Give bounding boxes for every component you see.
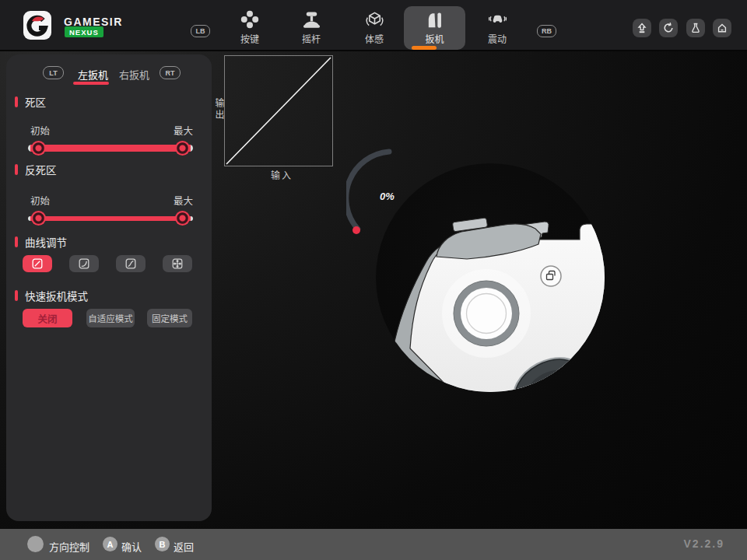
slider-fill — [30, 145, 191, 152]
tab-buttons[interactable]: 按键 — [225, 9, 275, 45]
section-accent-bar — [15, 236, 18, 247]
quick-trigger-fixed-button[interactable]: 固定模式 — [147, 309, 192, 327]
input-output-curve-chart — [224, 55, 333, 166]
section-accent-bar — [15, 96, 18, 107]
curve-section-header: 曲线调节 — [15, 234, 67, 250]
home-button[interactable] — [713, 19, 731, 37]
dpad-hint-icon — [27, 536, 44, 552]
lt-badge: LT — [43, 66, 64, 79]
joystick-icon — [301, 9, 321, 30]
trigger-tab-indicator — [73, 82, 109, 85]
active-tab-indicator — [412, 46, 437, 50]
a-button-hint-icon: A — [103, 537, 117, 551]
top-bar: GAMESIR NEXUS LB 按键 摇杆 — [0, 0, 747, 51]
slider-fill — [30, 216, 191, 221]
copy-config-icon[interactable] — [541, 266, 561, 286]
brand-sub-badge: NEXUS — [65, 26, 103, 37]
gauge-endpoint-dot — [352, 226, 360, 234]
deadzone-section-header: 死区 — [15, 94, 46, 110]
deadzone-start-label: 初始 — [30, 123, 50, 138]
anti-deadzone-slider[interactable] — [28, 211, 193, 226]
lb-bumper-badge: LB — [191, 25, 210, 37]
back-hint-label: 返回 — [174, 539, 194, 554]
tab-right-trigger[interactable]: 右扳机 — [119, 67, 149, 82]
trigger-icon — [425, 10, 445, 30]
tab-trigger[interactable]: 扳机 — [404, 6, 465, 50]
curve-s-curve-button[interactable] — [116, 255, 146, 272]
tab-vibration[interactable]: 震动 — [472, 9, 522, 45]
test-lab-button[interactable] — [686, 19, 705, 37]
app-version: V2.2.9 — [684, 537, 724, 550]
chart-x-axis-label: 输入 — [271, 168, 293, 181]
rt-badge: RT — [160, 66, 181, 79]
b-button-hint-icon: B — [155, 537, 170, 551]
firmware-upload-button[interactable] — [633, 19, 651, 37]
dpad-buttons-icon — [240, 9, 260, 30]
section-accent-bar — [15, 164, 18, 175]
quick-trigger-adaptive-button[interactable]: 自适应模式 — [86, 309, 135, 327]
deadzone-min-handle[interactable] — [31, 141, 46, 156]
vibration-icon — [487, 9, 507, 30]
curve-ease-in-button[interactable] — [69, 255, 99, 272]
reset-button[interactable] — [659, 19, 678, 37]
deadzone-slider[interactable] — [28, 141, 193, 156]
section-accent-bar — [15, 290, 18, 301]
trigger-settings-panel: LT 左扳机 右扳机 RT 死区 初始 最大 反死区 初始 最大 曲线调节 — [6, 54, 212, 521]
motion-sense-icon — [364, 9, 384, 30]
gamesir-logo — [23, 11, 51, 40]
quick-trigger-section-header: 快速扳机模式 — [15, 288, 88, 303]
deadzone-max-handle[interactable] — [175, 141, 190, 156]
confirm-hint-label: 确认 — [121, 539, 142, 554]
anti-deadzone-end-label: 最大 — [174, 193, 193, 208]
anti-deadzone-max-handle[interactable] — [175, 211, 190, 226]
chart-y-axis-label: 输出 — [212, 98, 226, 121]
curve-linear-button[interactable] — [23, 255, 52, 272]
controller-trigger-preview — [372, 159, 615, 402]
dpad-hint-label: 方向控制 — [49, 539, 89, 554]
anti-deadzone-min-handle[interactable] — [31, 211, 46, 226]
curve-custom-button[interactable] — [163, 255, 192, 272]
bottom-hint-bar: 方向控制 A 确认 B 返回 V2.2.9 — [0, 529, 747, 560]
tab-left-trigger[interactable]: 左扳机 — [78, 67, 108, 82]
tab-joystick[interactable]: 摇杆 — [286, 9, 336, 45]
rb-bumper-badge: RB — [537, 25, 556, 37]
tab-motion[interactable]: 体感 — [349, 9, 399, 45]
deadzone-end-label: 最大 — [174, 123, 193, 138]
anti-deadzone-section-header: 反死区 — [15, 162, 57, 177]
anti-deadzone-start-label: 初始 — [30, 193, 50, 208]
quick-trigger-off-button[interactable]: 关闭 — [23, 309, 72, 327]
